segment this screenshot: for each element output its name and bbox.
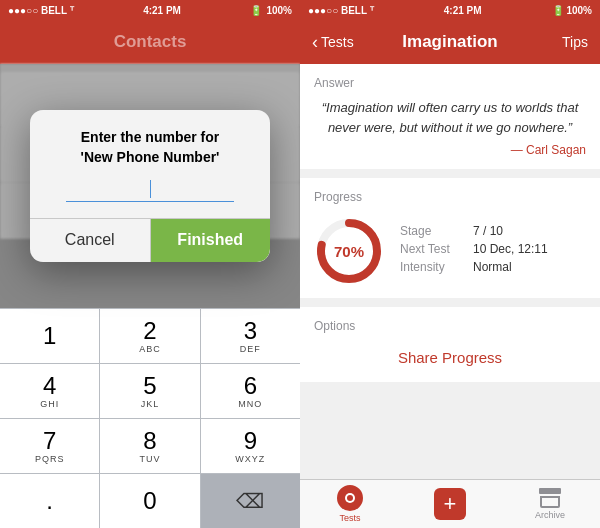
stat-stage-value: 7 / 10 [473, 224, 503, 238]
tab-add[interactable]: + [400, 480, 500, 528]
answer-section: Answer “Imagination will often carry us … [300, 64, 600, 169]
right-carrier: ●●●○○ BELL ᵀ [308, 5, 374, 16]
options-section: Options Share Progress [300, 307, 600, 382]
progress-section: Progress 70% Stage 7 / 10 [300, 178, 600, 298]
tab-tests[interactable]: Tests [300, 480, 400, 528]
tab-archive-label: Archive [535, 510, 565, 520]
stat-next-test-key: Next Test [400, 242, 465, 256]
right-battery: 🔋 100% [552, 5, 592, 16]
answer-quote: “Imagination will often carry us to worl… [314, 98, 586, 137]
share-progress-button[interactable]: Share Progress [314, 345, 586, 370]
left-nav-bar: Contacts [0, 20, 300, 64]
stat-intensity-value: Normal [473, 260, 512, 274]
left-nav-title: Contacts [114, 32, 187, 52]
keypad-row-1: 1 2 ABC 3 DEF [0, 308, 300, 363]
right-time: 4:21 PM [444, 5, 482, 16]
numeric-keypad: 1 2 ABC 3 DEF 4 GHI 5 JKL 6 MNO [0, 308, 300, 528]
key-8[interactable]: 8 TUV [100, 419, 200, 473]
dialog-input[interactable] [66, 178, 234, 202]
key-3[interactable]: 3 DEF [201, 309, 300, 363]
key-7[interactable]: 7 PQRS [0, 419, 100, 473]
right-panel: ●●●○○ BELL ᵀ 4:21 PM 🔋 100% ‹ Tests Imag… [300, 0, 600, 528]
answer-label: Answer [314, 76, 586, 90]
stat-intensity: Intensity Normal [400, 260, 586, 274]
dialog-body: Enter the number for'New Phone Number' [30, 110, 270, 217]
tips-button[interactable]: Tips [562, 34, 588, 50]
options-label: Options [314, 319, 586, 333]
dialog-title: Enter the number for'New Phone Number' [46, 128, 254, 167]
progress-stats: Stage 7 / 10 Next Test 10 Dec, 12:11 Int… [400, 224, 586, 278]
key-4[interactable]: 4 GHI [0, 364, 100, 418]
key-5[interactable]: 5 JKL [100, 364, 200, 418]
back-button[interactable]: ‹ Tests [312, 32, 354, 53]
left-battery: 🔋100% [250, 5, 292, 16]
key-6[interactable]: 6 MNO [201, 364, 300, 418]
key-1[interactable]: 1 [0, 309, 100, 363]
key-9[interactable]: 9 WXYZ [201, 419, 300, 473]
keypad-row-2: 4 GHI 5 JKL 6 MNO [0, 363, 300, 418]
right-status-bar: ●●●○○ BELL ᵀ 4:21 PM 🔋 100% [300, 0, 600, 20]
key-0[interactable]: 0 [100, 474, 200, 528]
answer-author: — Carl Sagan [314, 143, 586, 157]
finished-button[interactable]: Finished [151, 219, 271, 262]
keypad-row-3: 7 PQRS 8 TUV 9 WXYZ [0, 418, 300, 473]
stat-intensity-key: Intensity [400, 260, 465, 274]
left-time: 4:21 PM [143, 5, 181, 16]
key-dot[interactable]: . [0, 474, 100, 528]
chevron-left-icon: ‹ [312, 32, 318, 53]
separator-1 [300, 170, 600, 178]
dialog-overlay: Enter the number for'New Phone Number' C… [0, 64, 300, 308]
stat-stage: Stage 7 / 10 [400, 224, 586, 238]
right-nav-title: Imagination [402, 32, 497, 52]
progress-donut: 70% [314, 216, 384, 286]
stat-next-test: Next Test 10 Dec, 12:11 [400, 242, 586, 256]
left-status-bar: ●●●○○ BELL ᵀ 4:21 PM 🔋100% [0, 0, 300, 20]
back-label: Tests [321, 34, 354, 50]
stat-stage-key: Stage [400, 224, 465, 238]
progress-content: 70% Stage 7 / 10 Next Test 10 Dec, 12:11… [314, 216, 586, 286]
keypad-row-4: . 0 ⌫ [0, 473, 300, 528]
phone-number-dialog: Enter the number for'New Phone Number' C… [30, 110, 270, 261]
svg-point-3 [347, 495, 353, 501]
text-cursor [150, 180, 151, 198]
tab-tests-label: Tests [339, 513, 360, 523]
add-icon: + [434, 488, 466, 520]
donut-percent-label: 70% [334, 243, 364, 260]
left-panel: ●●●○○ BELL ᵀ 4:21 PM 🔋100% Contacts Ente… [0, 0, 300, 528]
tab-bar: Tests + Archive [300, 479, 600, 528]
key-delete[interactable]: ⌫ [201, 474, 300, 528]
right-nav-bar: ‹ Tests Imagination Tips [300, 20, 600, 64]
tests-icon [337, 485, 363, 511]
dialog-buttons: Cancel Finished [30, 218, 270, 262]
cancel-button[interactable]: Cancel [30, 219, 151, 262]
left-carrier: ●●●○○ BELL ᵀ [8, 5, 74, 16]
key-2[interactable]: 2 ABC [100, 309, 200, 363]
tab-archive[interactable]: Archive [500, 480, 600, 528]
progress-label: Progress [314, 190, 586, 204]
stat-next-test-value: 10 Dec, 12:11 [473, 242, 548, 256]
separator-2 [300, 299, 600, 307]
archive-icon [537, 488, 563, 508]
content-scroll[interactable]: Answer “Imagination will often carry us … [300, 64, 600, 479]
